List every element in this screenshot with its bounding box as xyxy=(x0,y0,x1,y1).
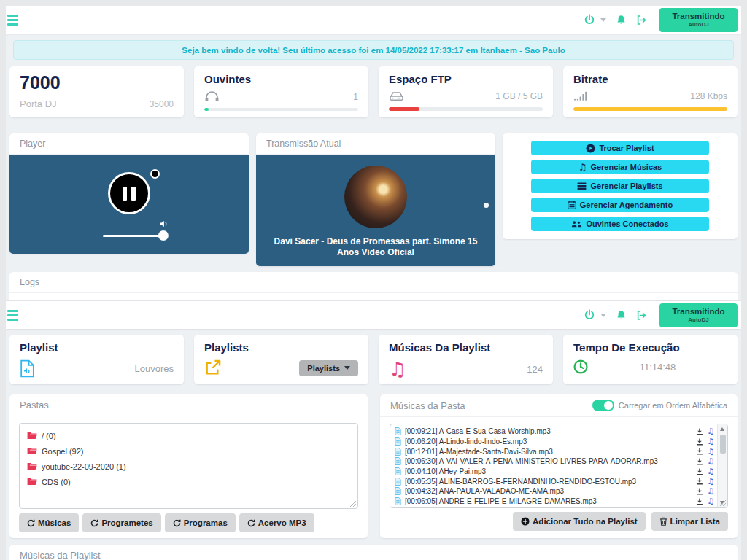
musicas-button[interactable]: Músicas xyxy=(19,513,79,532)
ouvintes-progress xyxy=(204,108,358,111)
folder-item[interactable]: youtube-22-09-2020 (1) xyxy=(27,459,350,474)
download-icon[interactable] xyxy=(696,458,703,465)
add-note-icon[interactable]: ♫ xyxy=(707,427,714,435)
song-row[interactable]: [00:06:05] ANDRE-E-FELIPE-E-MILAGRE-DAMA… xyxy=(395,497,714,507)
album-art xyxy=(344,166,407,228)
song-row[interactable]: [00:04:10] AHey-Pai.mp3 ♫ xyxy=(395,467,714,477)
musicas-playlist-title: Músicas da Playlist xyxy=(9,545,738,560)
ftp-progress xyxy=(389,107,543,111)
add-note-icon[interactable]: ♫ xyxy=(707,487,714,495)
add-all-button[interactable]: Adicionar Tudo na Playlist xyxy=(513,512,646,531)
player-dot xyxy=(150,169,160,179)
volume-knob[interactable] xyxy=(158,230,169,241)
panels-row: Pastas / (0) Gospel (92) youtube-22-09-2… xyxy=(9,394,738,538)
stats-row: 7000 Porta DJ 35000 Ouvintes 1 Espaço FT… xyxy=(9,66,738,117)
folder-item[interactable]: / (0) xyxy=(27,428,350,443)
ouvintes-conectados-button[interactable]: Ouvintes Conectados xyxy=(531,217,710,231)
download-icon[interactable] xyxy=(696,448,703,455)
song-list: [00:09:21] A-Casa-E-Sua-Casa-Worship.mp3… xyxy=(390,424,728,508)
file-icon xyxy=(395,497,401,505)
bitrate-progress xyxy=(573,107,727,111)
add-note-icon[interactable]: ♫ xyxy=(707,478,714,486)
chevron-down-icon[interactable] xyxy=(600,18,606,22)
resize-handle[interactable] xyxy=(349,500,356,507)
acervo-mp3-button[interactable]: Acervo MP3 xyxy=(239,513,314,532)
scrollbar-thumb[interactable] xyxy=(720,435,726,454)
menu-button[interactable] xyxy=(7,308,23,322)
download-icon[interactable] xyxy=(696,438,703,446)
topbar: Transmitindo AutoDJ xyxy=(6,6,741,34)
folder-list: / (0) Gospel (92) youtube-22-09-2020 (1)… xyxy=(19,423,358,509)
download-icon[interactable] xyxy=(696,468,703,475)
programas-button[interactable]: Programas xyxy=(165,513,236,532)
programetes-button[interactable]: Programetes xyxy=(82,513,160,532)
transmit-button[interactable]: Transmitindo AutoDJ xyxy=(659,303,738,327)
add-note-icon[interactable]: ♫ xyxy=(707,467,714,475)
add-note-icon[interactable]: ♫ xyxy=(707,457,714,465)
transmission-title: Transmissão Atual xyxy=(256,133,495,155)
song-row[interactable]: [00:12:01] A-Majestade-Santa-Davi-Silva.… xyxy=(395,446,714,456)
signal-bars-icon xyxy=(573,90,589,101)
logout-icon[interactable] xyxy=(636,15,647,26)
folder-icon xyxy=(27,478,37,486)
transmit-label: Transmitindo xyxy=(672,12,724,21)
menu-button[interactable] xyxy=(7,12,23,27)
gerenciar-musicas-button[interactable]: ♫ Gerenciar Músicas xyxy=(531,160,710,174)
musicas-playlist-panel: Músicas da Playlist xyxy=(9,545,738,560)
current-track-title: Davi Sacer - Deus de Promessas part. Sim… xyxy=(271,236,481,258)
song-list-actions: Adicionar Tudo na Playlist Limpar Lista xyxy=(390,512,728,531)
folder-item[interactable]: CDS (0) xyxy=(27,474,350,489)
bell-icon[interactable] xyxy=(616,310,627,321)
song-row[interactable]: [00:04:32] ANA-PAULA-VALADAO-ME-AMA.mp3 … xyxy=(395,486,714,497)
logs-table-header: Data IP Navegador Log xyxy=(9,293,738,300)
tempo-value: 11:14:48 xyxy=(588,362,727,373)
pause-button[interactable] xyxy=(108,172,150,214)
file-icon xyxy=(395,467,401,475)
song-row[interactable]: [00:06:30] A-VAI-VALER-A-PENA-MINISTERIO… xyxy=(395,456,714,467)
folder-item[interactable]: Gospel (92) xyxy=(27,443,350,459)
ouvintes-value: 1 xyxy=(353,92,358,102)
toggle-label: Carregar em Ordem Alfabética xyxy=(619,401,727,410)
scrollbar[interactable] xyxy=(717,424,727,508)
download-icon[interactable] xyxy=(696,498,703,505)
folder-icon xyxy=(27,432,37,440)
external-link-icon xyxy=(204,359,221,376)
transmit-button[interactable]: Transmitindo AutoDJ xyxy=(659,8,738,32)
song-row[interactable]: [00:09:21] A-Casa-E-Sua-Casa-Worship.mp3… xyxy=(395,427,714,437)
power-icon[interactable] xyxy=(584,309,595,321)
alphabetical-toggle[interactable] xyxy=(592,400,614,411)
playlists-dropdown[interactable]: Playlists xyxy=(299,360,358,376)
power-icon[interactable] xyxy=(584,14,595,26)
speaker-icon xyxy=(160,220,169,228)
card-musicas-playlist: Músicas Da Playlist ♫ 124 xyxy=(379,335,553,384)
gerenciar-agendamento-button[interactable]: Gerenciar Agendamento xyxy=(531,198,710,212)
volume-slider[interactable] xyxy=(103,230,166,241)
refresh-icon xyxy=(247,519,255,527)
download-icon[interactable] xyxy=(696,478,703,485)
clear-list-button[interactable]: Limpar Lista xyxy=(651,512,728,531)
musicas-pasta-title: Músicas da Pasta xyxy=(390,400,465,411)
add-note-icon[interactable]: ♫ xyxy=(707,448,714,456)
card-playlists: Playlists Playlists xyxy=(194,335,368,384)
music-note-icon: ♫ xyxy=(389,359,406,378)
carousel-dot xyxy=(484,203,489,208)
hdd-icon xyxy=(389,90,404,101)
file-icon xyxy=(395,478,401,486)
card-playlist: Playlist Louvores xyxy=(9,335,184,384)
bell-icon[interactable] xyxy=(616,15,627,26)
download-icon[interactable] xyxy=(696,488,703,495)
clock-icon xyxy=(573,359,588,374)
porta-max: 35000 xyxy=(150,99,174,109)
add-note-icon[interactable]: ♫ xyxy=(707,438,714,446)
trocar-playlist-button[interactable]: Trocar Playlist xyxy=(531,141,710,155)
scroll-up-arrow[interactable] xyxy=(720,427,724,431)
song-row[interactable]: [00:06:20] A-Lindo-lindo-lindo-Es.mp3 ♫ xyxy=(395,437,714,447)
song-row[interactable]: [00:05:35] ALINE-BARROS-E-FERNANDINHO-RE… xyxy=(395,476,714,486)
refresh-icon xyxy=(27,519,35,527)
gerenciar-playlists-button[interactable]: Gerenciar Playlists xyxy=(531,179,710,193)
chevron-down-icon[interactable] xyxy=(600,314,606,317)
download-icon[interactable] xyxy=(696,428,703,435)
add-note-icon[interactable]: ♫ xyxy=(707,497,714,505)
refresh-icon xyxy=(90,519,98,527)
logout-icon[interactable] xyxy=(636,310,647,321)
